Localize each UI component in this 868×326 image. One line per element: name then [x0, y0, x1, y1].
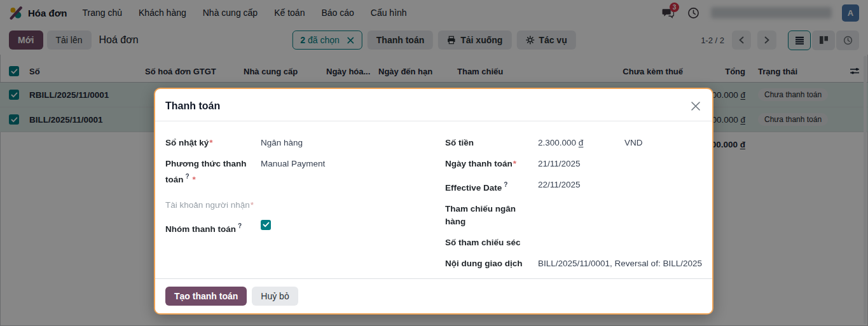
create-payment-button[interactable]: Tạo thanh toán [165, 287, 247, 306]
dialog-right-column: Số tiền 2.300.000 đ VND Ngày thanh toán*… [445, 137, 702, 278]
dialog-left-column: Sổ nhật ký* Ngân hàng Phương thức thanh … [165, 137, 425, 278]
field-group-payments: Nhóm thanh toán? [165, 220, 425, 236]
journal-select[interactable]: Ngân hàng [261, 137, 303, 149]
currency-select[interactable]: VND [624, 137, 643, 149]
dialog-title: Thanh toán [165, 100, 220, 112]
group-payments-checkbox[interactable] [261, 220, 271, 230]
dialog-header: Thanh toán [155, 89, 712, 121]
cancel-button[interactable]: Huỷ bỏ [252, 287, 298, 306]
dialog-body: Sổ nhật ký* Ngân hàng Phương thức thanh … [155, 121, 712, 278]
register-payment-dialog: Thanh toán Sổ nhật ký* Ngân hàng Phương … [154, 88, 713, 315]
effective-date-input[interactable]: 22/11/2025 [538, 179, 581, 191]
dialog-footer: Tạo thanh toán Huỷ bỏ [155, 278, 712, 313]
field-amount: Số tiền 2.300.000 đ VND [445, 137, 702, 149]
payment-date-input[interactable]: 21/11/2025 [538, 158, 581, 170]
field-memo: Nội dung giao dịch BILL/2025/11/0001, Re… [445, 257, 702, 270]
field-payment-date: Ngày thanh toán* 21/11/2025 [445, 158, 702, 170]
field-payment-method: Phương thức thanh toán? * Manual Payment [165, 158, 425, 186]
field-check-reference: Số tham chiếu séc [445, 236, 702, 249]
payment-method-select[interactable]: Manual Payment [261, 158, 325, 170]
field-effective-date: Effective Date? 22/11/2025 [445, 179, 702, 194]
field-bank-reference: Tham chiếu ngân hàng [445, 203, 702, 228]
amount-input[interactable]: 2.300.000 đ [538, 137, 624, 149]
memo-input[interactable]: BILL/2025/11/0001, Reversal of: BILL/202… [538, 257, 702, 270]
close-icon[interactable] [689, 100, 702, 112]
field-recipient-account: Tài khoản người nhận* [165, 199, 425, 212]
field-journal: Sổ nhật ký* Ngân hàng [165, 137, 425, 149]
